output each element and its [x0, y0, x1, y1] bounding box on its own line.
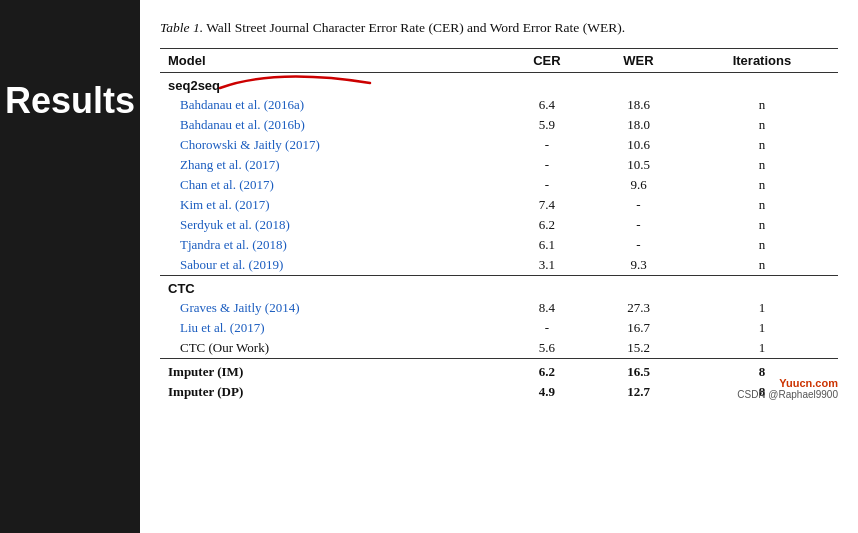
cer-value: 7.4	[503, 195, 592, 215]
results-table: Model CER WER Iterations seq2seq	[160, 48, 838, 402]
cer-value: 8.4	[503, 298, 592, 318]
model-name: Chan et al. (2017)	[160, 175, 503, 195]
table-row: Bahdanau et al. (2016a) 6.4 18.6 n	[160, 95, 838, 115]
col-header-wer: WER	[591, 49, 686, 73]
iter-value: 1	[686, 298, 838, 318]
model-name: Chorowski & Jaitly (2017)	[160, 135, 503, 155]
model-name: Liu et al. (2017)	[160, 318, 503, 338]
cer-value: 6.2	[503, 215, 592, 235]
wer-value: 15.2	[591, 338, 686, 359]
table-row: Chan et al. (2017) - 9.6 n	[160, 175, 838, 195]
iter-value: n	[686, 135, 838, 155]
iter-value: n	[686, 115, 838, 135]
iter-value: n	[686, 235, 838, 255]
model-name: Zhang et al. (2017)	[160, 155, 503, 175]
table-row: Sabour et al. (2019) 3.1 9.3 n	[160, 255, 838, 276]
results-heading: Results	[5, 80, 135, 122]
wer-value: 27.3	[591, 298, 686, 318]
table-caption: Table 1. Wall Street Journal Character E…	[160, 18, 720, 38]
cer-value: -	[503, 175, 592, 195]
wer-value: 12.7	[591, 382, 686, 402]
table-row: Chorowski & Jaitly (2017) - 10.6 n	[160, 135, 838, 155]
model-name: CTC (Our Work)	[160, 338, 503, 359]
cer-value: -	[503, 155, 592, 175]
table-row: Serdyuk et al. (2018) 6.2 - n	[160, 215, 838, 235]
cer-value: -	[503, 318, 592, 338]
model-name: Graves & Jaitly (2014)	[160, 298, 503, 318]
cer-value: 5.6	[503, 338, 592, 359]
section-label-seq2seq: seq2seq	[160, 73, 838, 96]
table-row: Zhang et al. (2017) - 10.5 n	[160, 155, 838, 175]
col-header-cer: CER	[503, 49, 592, 73]
model-name: Imputer (IM)	[160, 359, 503, 383]
table-row: CTC (Our Work) 5.6 15.2 1	[160, 338, 838, 359]
watermark-line1: Yuucn.com	[737, 377, 838, 389]
cer-value: 5.9	[503, 115, 592, 135]
wer-value: 10.6	[591, 135, 686, 155]
wer-value: 9.3	[591, 255, 686, 276]
iter-value: 1	[686, 318, 838, 338]
cer-value: 3.1	[503, 255, 592, 276]
cer-value: 6.2	[503, 359, 592, 383]
wer-value: -	[591, 235, 686, 255]
iter-value: 1	[686, 338, 838, 359]
table-row: Graves & Jaitly (2014) 8.4 27.3 1	[160, 298, 838, 318]
wer-value: 16.5	[591, 359, 686, 383]
cer-value: -	[503, 135, 592, 155]
iter-value: n	[686, 95, 838, 115]
model-name: Tjandra et al. (2018)	[160, 235, 503, 255]
col-header-model: Model	[160, 49, 503, 73]
col-header-iterations: Iterations	[686, 49, 838, 73]
wer-value: 9.6	[591, 175, 686, 195]
table-row: Bahdanau et al. (2016b) 5.9 18.0 n	[160, 115, 838, 135]
wer-value: 10.5	[591, 155, 686, 175]
model-name: Bahdanau et al. (2016a)	[160, 95, 503, 115]
iter-value: n	[686, 155, 838, 175]
model-name: Serdyuk et al. (2018)	[160, 215, 503, 235]
cer-value: 4.9	[503, 382, 592, 402]
section-row-seq2seq: seq2seq	[160, 73, 838, 96]
cer-value: 6.1	[503, 235, 592, 255]
table-header-row: Model CER WER Iterations	[160, 49, 838, 73]
main-content: Table 1. Wall Street Journal Character E…	[140, 0, 858, 533]
iter-value: n	[686, 255, 838, 276]
wer-value: -	[591, 195, 686, 215]
model-name: Imputer (DP)	[160, 382, 503, 402]
wer-value: 18.0	[591, 115, 686, 135]
table-row: Liu et al. (2017) - 16.7 1	[160, 318, 838, 338]
wer-value: -	[591, 215, 686, 235]
model-name: Sabour et al. (2019)	[160, 255, 503, 276]
model-name: Bahdanau et al. (2016b)	[160, 115, 503, 135]
left-panel: Results	[0, 0, 140, 533]
iter-value: n	[686, 175, 838, 195]
table-row: Kim et al. (2017) 7.4 - n	[160, 195, 838, 215]
section-label-ctc: CTC	[160, 276, 838, 299]
wer-value: 18.6	[591, 95, 686, 115]
watermark-container: Yuucn.com CSDN @Raphael9900	[737, 377, 838, 400]
cer-value: 6.4	[503, 95, 592, 115]
wer-value: 16.7	[591, 318, 686, 338]
iter-value: n	[686, 215, 838, 235]
watermark-line2: CSDN @Raphael9900	[737, 389, 838, 400]
model-name: Kim et al. (2017)	[160, 195, 503, 215]
iter-value: n	[686, 195, 838, 215]
section-row-ctc: CTC	[160, 276, 838, 299]
table-row: Tjandra et al. (2018) 6.1 - n	[160, 235, 838, 255]
